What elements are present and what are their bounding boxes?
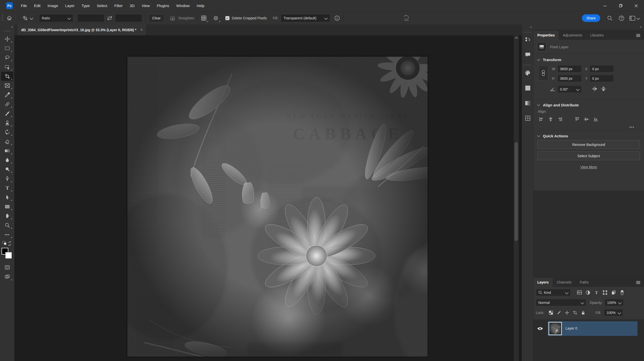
tab-adjustments[interactable]: Adjustments [559, 31, 586, 40]
filter-smart-objects-button[interactable] [610, 290, 617, 296]
tab-layers[interactable]: Layers [533, 278, 553, 287]
lock-pixels-button[interactable] [556, 310, 562, 316]
spot-healing-brush-tool[interactable] [1, 100, 13, 109]
frame-tool[interactable] [1, 81, 13, 90]
hand-tool[interactable] [1, 211, 13, 220]
toolbar-expand-button[interactable]: » [11, 25, 13, 29]
tab-libraries[interactable]: Libraries [586, 31, 608, 40]
flip-vertical-button[interactable] [601, 86, 607, 92]
gradients-panel-button[interactable] [524, 100, 531, 106]
menu-help[interactable]: Help [193, 0, 208, 11]
filter-shape-layers-button[interactable] [602, 290, 608, 296]
expand-panels-button[interactable]: » [640, 25, 641, 29]
object-selection-tool[interactable] [1, 62, 13, 71]
search-button[interactable] [604, 15, 616, 21]
close-tab-icon[interactable]: × [140, 28, 143, 32]
gradient-tool[interactable] [1, 146, 13, 155]
path-selection-tool[interactable] [1, 193, 13, 202]
lock-position-button[interactable] [564, 310, 570, 316]
transform-section-header[interactable]: Transform [533, 54, 644, 64]
opacity-select[interactable]: 100% [605, 299, 624, 306]
height-field[interactable]: 3600 px [557, 75, 582, 82]
menu-image[interactable]: Image [44, 0, 62, 11]
link-dimensions-toggle[interactable] [538, 65, 548, 81]
filter-type-layers-button[interactable]: T [593, 290, 600, 296]
delete-cropped-pixels-toggle[interactable]: ✓ Delete Cropped Pixels [225, 16, 267, 20]
tab-paths[interactable]: Paths [576, 278, 593, 287]
options-grip[interactable] [2, 14, 3, 22]
rectangular-marquee-tool[interactable] [1, 44, 13, 53]
crop-width-input[interactable] [77, 14, 104, 22]
menu-layer[interactable]: Layer [62, 0, 78, 11]
dock-grip[interactable] [524, 32, 531, 33]
remove-background-button[interactable]: Remove Background [537, 140, 640, 149]
lock-all-button[interactable] [580, 310, 586, 316]
document-tab[interactable]: dD_3364_GildedFlowerImprintsV3_16.jpg @ … [18, 24, 146, 35]
align-top-button[interactable] [575, 117, 580, 122]
swatches-panel-button[interactable] [524, 85, 531, 91]
ratio-select[interactable]: Ratio [39, 14, 73, 22]
align-left-button[interactable] [539, 117, 544, 122]
y-field[interactable]: 0 px [590, 75, 614, 82]
close-button[interactable] [628, 0, 644, 11]
filter-adjustment-layers-button[interactable] [585, 290, 591, 296]
lock-artboard-button[interactable] [572, 310, 578, 316]
align-bottom-button[interactable] [593, 117, 598, 122]
color-panel-button[interactable] [524, 69, 531, 76]
filter-kind-select[interactable]: Kind [536, 289, 571, 296]
menu-edit[interactable]: Edit [30, 0, 44, 11]
filter-toggle[interactable] [619, 290, 625, 296]
align-center-v-button[interactable] [584, 117, 589, 122]
eraser-tool[interactable] [1, 137, 13, 146]
align-section-header[interactable]: Align and Distribute [533, 99, 644, 109]
minimize-button[interactable] [597, 0, 613, 11]
collapse-panels-button[interactable]: « [530, 25, 532, 29]
layer-row[interactable]: Layer 0 [533, 321, 644, 336]
tab-channels[interactable]: Channels [553, 278, 576, 287]
tab-properties[interactable]: Properties [533, 31, 559, 40]
quick-mask-button[interactable] [1, 263, 13, 272]
tool-preset-picker[interactable] [22, 15, 33, 21]
align-right-button[interactable] [557, 117, 562, 122]
layer-thumbnail[interactable] [549, 322, 562, 335]
rectangle-tool[interactable] [1, 202, 13, 211]
lock-transparent-button[interactable] [548, 310, 554, 316]
view-more-link[interactable]: View More [580, 165, 597, 169]
blur-tool[interactable] [1, 155, 13, 165]
dodge-tool[interactable] [1, 165, 13, 174]
crop-height-input[interactable] [115, 14, 142, 22]
layer-fill-select[interactable]: 100% [604, 309, 623, 316]
move-tool[interactable] [1, 34, 13, 44]
home-button[interactable] [6, 15, 12, 21]
crop-overlay-options[interactable] [200, 15, 207, 21]
history-brush-tool[interactable] [1, 128, 13, 137]
eyedropper-tool[interactable] [1, 90, 13, 99]
straighten-button[interactable]: Straighten [169, 15, 194, 21]
screen-mode-button[interactable] [1, 272, 13, 281]
menu-select[interactable]: Select [93, 0, 111, 11]
background-color-swatch[interactable] [5, 252, 12, 259]
pen-tool[interactable] [1, 174, 13, 183]
scroll-up-icon[interactable] [515, 37, 518, 40]
type-tool[interactable]: T [1, 183, 13, 192]
panel-menu-button[interactable] [632, 278, 644, 287]
comments-panel-button[interactable] [524, 51, 531, 58]
rotate-field[interactable]: 0.00° [557, 86, 582, 93]
canvas-image[interactable]: NEW YORK DANISH GIANT CABBAGE [127, 56, 428, 357]
menu-window[interactable]: Window [173, 0, 193, 11]
reset-crop-button[interactable] [403, 14, 410, 22]
menu-filter[interactable]: Filter [111, 0, 126, 11]
crop-options-gear[interactable] [213, 15, 219, 21]
more-tools-button[interactable]: ••• [1, 230, 13, 239]
restore-button[interactable] [613, 0, 628, 11]
layer-visibility-toggle[interactable] [537, 326, 543, 331]
menu-plugins[interactable]: Plugins [153, 0, 173, 11]
menu-type[interactable]: Type [78, 0, 93, 11]
help-button[interactable] [616, 15, 627, 21]
workspace-switcher[interactable] [627, 15, 641, 21]
flip-horizontal-button[interactable] [592, 86, 598, 92]
history-panel-button[interactable] [524, 36, 531, 43]
align-more-button[interactable]: ••• [533, 122, 644, 130]
share-button[interactable]: Share [582, 14, 600, 22]
quick-actions-header[interactable]: Quick Actions [533, 130, 644, 140]
